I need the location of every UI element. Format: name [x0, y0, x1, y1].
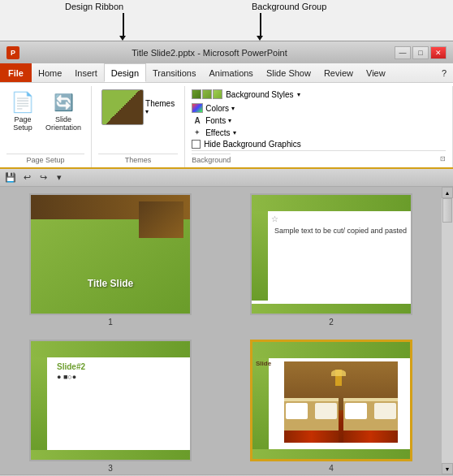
- slide-1-bg: Title Slide: [31, 195, 190, 314]
- menu-transitions[interactable]: Transitions: [146, 63, 202, 82]
- background-styles-icon: [192, 89, 222, 99]
- slide-3-bg: Slide#2 ● ■○●: [31, 341, 190, 460]
- page-setup-icon: 📄: [10, 89, 36, 115]
- maximize-button[interactable]: □: [412, 46, 429, 59]
- close-button[interactable]: ✕: [430, 46, 447, 59]
- slide-orientation-label: Slide Orientation: [45, 115, 81, 132]
- pillow-1: [286, 403, 308, 419]
- background-group-annotation: Background Group: [252, 2, 326, 11]
- background-styles-arrow: ▾: [297, 91, 300, 98]
- redo-qat-button[interactable]: ↪: [36, 171, 50, 185]
- slide-3-bullets: ● ■○●: [50, 373, 190, 381]
- qat-dropdown-button[interactable]: ▾: [52, 171, 67, 185]
- slide-1-thumbnail[interactable]: Title Slide: [29, 193, 192, 315]
- hide-background-row[interactable]: Hide Background Graphics: [192, 140, 301, 149]
- slide-1-title: Title Slide: [88, 278, 133, 289]
- slide-3-bottom: [31, 450, 190, 460]
- pillow-4: [374, 403, 396, 419]
- hide-background-label: Hide Background Graphics: [204, 140, 301, 149]
- effects-button[interactable]: ✦ Effects ▾: [192, 127, 235, 138]
- colors-label: Colors: [205, 104, 229, 113]
- slide-2-bg: ☆ Sample text to be cut/ copied and past…: [252, 195, 411, 314]
- slide-2-text: Sample text to be cut/ copied and pasted: [271, 223, 411, 240]
- scroll-up-button[interactable]: ▲: [442, 187, 453, 198]
- effects-arrow: ▾: [233, 129, 236, 136]
- undo-qat-button[interactable]: ↩: [19, 171, 34, 185]
- lamp: [335, 370, 342, 386]
- background-group-arrow: [260, 13, 261, 37]
- effects-label: Effects: [205, 128, 230, 137]
- effects-icon: ✦: [192, 128, 203, 137]
- themes-group: Themes ▾ Themes: [92, 86, 185, 167]
- colors-arrow: ▾: [231, 105, 235, 112]
- themes-icon: [101, 89, 144, 125]
- menu-bar: File Home Insert Design Transitions Anim…: [0, 63, 453, 83]
- background-expand-icon[interactable]: ⊡: [440, 155, 446, 162]
- slide-3-thumbnail[interactable]: Slide#2 ● ■○●: [29, 340, 192, 461]
- slide-4-left-bar: [252, 358, 269, 454]
- slide-3-title: Slide#2: [50, 357, 190, 373]
- save-qat-button[interactable]: 💾: [3, 171, 18, 185]
- page-setup-button[interactable]: 📄 Page Setup: [6, 88, 39, 133]
- slide-4-bottom: [252, 449, 410, 459]
- slide-4-container: Slide: [227, 340, 435, 473]
- bed-runner-2: [343, 431, 398, 443]
- menu-insert[interactable]: Insert: [68, 63, 104, 82]
- quick-access-toolbar: 💾 ↩ ↪ ▾: [0, 169, 453, 187]
- slide-orientation-icon: 🔄: [50, 89, 76, 115]
- window-title: Title Slide2.pptx - Microsoft PowerPoint: [24, 48, 395, 58]
- themes-dropdown-arrow: ▾: [145, 108, 149, 115]
- fonts-button[interactable]: A Fonts ▾: [192, 115, 235, 126]
- slide-2-left-bar: [252, 211, 268, 301]
- main-area: Title Slide 1 ☆ Sample text to be cut/ c…: [0, 187, 453, 474]
- menu-slideshow[interactable]: Slide Show: [260, 63, 317, 82]
- slide-3-number: 3: [108, 464, 113, 473]
- page-setup-group-label: Page Setup: [6, 154, 84, 166]
- colors-button[interactable]: Colors ▾: [192, 102, 235, 114]
- hide-background-checkbox[interactable]: [192, 140, 201, 149]
- slide-3-left-bar: [31, 357, 47, 453]
- fonts-icon: A: [192, 115, 203, 125]
- background-content: Background Styles ▾ Colors ▾ A Fonts ▾ ✦…: [192, 88, 446, 149]
- menu-animations[interactable]: Animations: [202, 63, 259, 82]
- slide-4-number: 4: [329, 464, 334, 473]
- themes-label: Themes: [145, 99, 175, 108]
- pillow-3: [345, 403, 367, 419]
- sub-items-group: Colors ▾ A Fonts ▾ ✦ Effects ▾: [192, 102, 235, 138]
- page-setup-label: Page Setup: [13, 115, 32, 132]
- menu-design[interactable]: Design: [104, 63, 146, 82]
- slide-1-number: 1: [108, 318, 113, 327]
- slide-2-thumbnail[interactable]: ☆ Sample text to be cut/ copied and past…: [250, 193, 412, 315]
- background-styles-button[interactable]: Background Styles ▾: [192, 89, 300, 99]
- slide-2-star: ☆: [271, 214, 278, 223]
- slide-2-bottom: [252, 304, 411, 314]
- slide-4-thumbnail[interactable]: Slide: [250, 340, 412, 461]
- bed-runner-1: [284, 431, 339, 443]
- menu-home[interactable]: Home: [32, 63, 68, 82]
- slide-3-content: Slide#2 ● ■○●: [31, 357, 190, 381]
- bed-1: [284, 398, 339, 443]
- themes-button[interactable]: Themes ▾: [98, 88, 178, 127]
- themes-content: Themes ▾: [98, 88, 178, 152]
- themes-group-label: Themes: [98, 154, 178, 166]
- slide-3-top: [31, 341, 190, 357]
- slide-4-content: Slide: [252, 361, 410, 443]
- file-menu[interactable]: File: [0, 63, 32, 82]
- design-ribbon-annotation: Design Ribbon: [65, 2, 123, 11]
- fonts-arrow: ▾: [228, 117, 231, 124]
- slide-2-top: [252, 195, 411, 211]
- scroll-down-button[interactable]: ▼: [442, 463, 453, 474]
- scroll-thumb[interactable]: [442, 198, 452, 223]
- slide-2-number: 2: [329, 318, 334, 327]
- vertical-scrollbar: ▲ ▼: [442, 187, 453, 474]
- help-icon[interactable]: ?: [435, 63, 453, 82]
- fonts-label: Fonts: [205, 116, 226, 125]
- minimize-button[interactable]: —: [395, 46, 411, 59]
- slide-orientation-button[interactable]: 🔄 Slide Orientation: [42, 88, 84, 133]
- slide-4-top: [252, 342, 410, 358]
- slide-2-content: ☆ Sample text to be cut/ copied and past…: [252, 211, 411, 240]
- menu-view[interactable]: View: [360, 63, 392, 82]
- menu-review[interactable]: Review: [317, 63, 360, 82]
- window-controls: — □ ✕: [395, 46, 447, 59]
- background-styles-label: Background Styles: [226, 90, 293, 99]
